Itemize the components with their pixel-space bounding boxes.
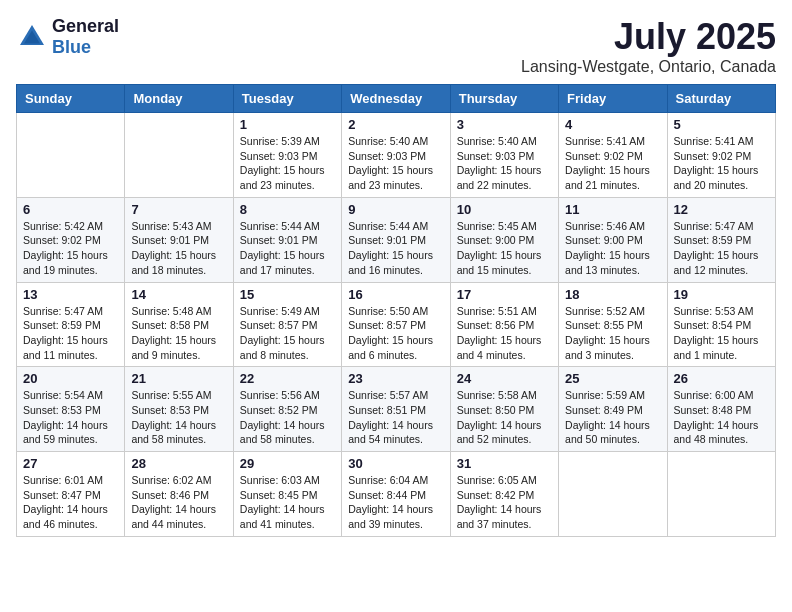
calendar-cell: 17Sunrise: 5:51 AM Sunset: 8:56 PM Dayli… bbox=[450, 282, 558, 367]
logo: General Blue bbox=[16, 16, 119, 58]
calendar-cell: 14Sunrise: 5:48 AM Sunset: 8:58 PM Dayli… bbox=[125, 282, 233, 367]
day-info: Sunrise: 5:51 AM Sunset: 8:56 PM Dayligh… bbox=[457, 304, 552, 363]
weekday-header-tuesday: Tuesday bbox=[233, 85, 341, 113]
day-info: Sunrise: 5:41 AM Sunset: 9:02 PM Dayligh… bbox=[674, 134, 769, 193]
day-number: 9 bbox=[348, 202, 443, 217]
calendar-table: SundayMondayTuesdayWednesdayThursdayFrid… bbox=[16, 84, 776, 537]
logo-general: General bbox=[52, 16, 119, 36]
day-info: Sunrise: 5:52 AM Sunset: 8:55 PM Dayligh… bbox=[565, 304, 660, 363]
day-info: Sunrise: 5:57 AM Sunset: 8:51 PM Dayligh… bbox=[348, 388, 443, 447]
day-number: 18 bbox=[565, 287, 660, 302]
day-info: Sunrise: 5:43 AM Sunset: 9:01 PM Dayligh… bbox=[131, 219, 226, 278]
day-info: Sunrise: 6:00 AM Sunset: 8:48 PM Dayligh… bbox=[674, 388, 769, 447]
logo-icon bbox=[16, 21, 48, 53]
day-number: 16 bbox=[348, 287, 443, 302]
day-info: Sunrise: 5:42 AM Sunset: 9:02 PM Dayligh… bbox=[23, 219, 118, 278]
weekday-header-row: SundayMondayTuesdayWednesdayThursdayFrid… bbox=[17, 85, 776, 113]
calendar-cell: 8Sunrise: 5:44 AM Sunset: 9:01 PM Daylig… bbox=[233, 197, 341, 282]
calendar-cell bbox=[17, 113, 125, 198]
day-number: 30 bbox=[348, 456, 443, 471]
day-number: 13 bbox=[23, 287, 118, 302]
calendar-cell: 12Sunrise: 5:47 AM Sunset: 8:59 PM Dayli… bbox=[667, 197, 775, 282]
day-number: 4 bbox=[565, 117, 660, 132]
calendar-cell: 25Sunrise: 5:59 AM Sunset: 8:49 PM Dayli… bbox=[559, 367, 667, 452]
calendar-cell: 7Sunrise: 5:43 AM Sunset: 9:01 PM Daylig… bbox=[125, 197, 233, 282]
day-number: 3 bbox=[457, 117, 552, 132]
calendar-cell: 31Sunrise: 6:05 AM Sunset: 8:42 PM Dayli… bbox=[450, 452, 558, 537]
calendar-cell: 1Sunrise: 5:39 AM Sunset: 9:03 PM Daylig… bbox=[233, 113, 341, 198]
day-number: 19 bbox=[674, 287, 769, 302]
day-info: Sunrise: 5:45 AM Sunset: 9:00 PM Dayligh… bbox=[457, 219, 552, 278]
weekday-header-saturday: Saturday bbox=[667, 85, 775, 113]
calendar-cell: 26Sunrise: 6:00 AM Sunset: 8:48 PM Dayli… bbox=[667, 367, 775, 452]
day-number: 12 bbox=[674, 202, 769, 217]
day-info: Sunrise: 5:55 AM Sunset: 8:53 PM Dayligh… bbox=[131, 388, 226, 447]
day-number: 17 bbox=[457, 287, 552, 302]
day-info: Sunrise: 6:05 AM Sunset: 8:42 PM Dayligh… bbox=[457, 473, 552, 532]
calendar-week-row: 20Sunrise: 5:54 AM Sunset: 8:53 PM Dayli… bbox=[17, 367, 776, 452]
day-info: Sunrise: 5:47 AM Sunset: 8:59 PM Dayligh… bbox=[674, 219, 769, 278]
weekday-header-sunday: Sunday bbox=[17, 85, 125, 113]
day-info: Sunrise: 5:40 AM Sunset: 9:03 PM Dayligh… bbox=[457, 134, 552, 193]
day-info: Sunrise: 5:48 AM Sunset: 8:58 PM Dayligh… bbox=[131, 304, 226, 363]
day-info: Sunrise: 5:59 AM Sunset: 8:49 PM Dayligh… bbox=[565, 388, 660, 447]
calendar-cell: 2Sunrise: 5:40 AM Sunset: 9:03 PM Daylig… bbox=[342, 113, 450, 198]
weekday-header-thursday: Thursday bbox=[450, 85, 558, 113]
calendar-cell: 27Sunrise: 6:01 AM Sunset: 8:47 PM Dayli… bbox=[17, 452, 125, 537]
day-info: Sunrise: 5:49 AM Sunset: 8:57 PM Dayligh… bbox=[240, 304, 335, 363]
day-number: 25 bbox=[565, 371, 660, 386]
calendar-cell: 6Sunrise: 5:42 AM Sunset: 9:02 PM Daylig… bbox=[17, 197, 125, 282]
calendar-cell bbox=[667, 452, 775, 537]
day-number: 11 bbox=[565, 202, 660, 217]
calendar-cell: 28Sunrise: 6:02 AM Sunset: 8:46 PM Dayli… bbox=[125, 452, 233, 537]
day-number: 23 bbox=[348, 371, 443, 386]
calendar-cell: 5Sunrise: 5:41 AM Sunset: 9:02 PM Daylig… bbox=[667, 113, 775, 198]
day-info: Sunrise: 5:53 AM Sunset: 8:54 PM Dayligh… bbox=[674, 304, 769, 363]
calendar-cell: 21Sunrise: 5:55 AM Sunset: 8:53 PM Dayli… bbox=[125, 367, 233, 452]
calendar-cell: 24Sunrise: 5:58 AM Sunset: 8:50 PM Dayli… bbox=[450, 367, 558, 452]
day-number: 2 bbox=[348, 117, 443, 132]
logo-text: General Blue bbox=[52, 16, 119, 58]
day-number: 26 bbox=[674, 371, 769, 386]
day-number: 7 bbox=[131, 202, 226, 217]
weekday-header-monday: Monday bbox=[125, 85, 233, 113]
day-number: 22 bbox=[240, 371, 335, 386]
location-title: Lansing-Westgate, Ontario, Canada bbox=[521, 58, 776, 76]
weekday-header-wednesday: Wednesday bbox=[342, 85, 450, 113]
day-info: Sunrise: 5:47 AM Sunset: 8:59 PM Dayligh… bbox=[23, 304, 118, 363]
day-number: 6 bbox=[23, 202, 118, 217]
day-info: Sunrise: 5:50 AM Sunset: 8:57 PM Dayligh… bbox=[348, 304, 443, 363]
day-number: 15 bbox=[240, 287, 335, 302]
calendar-week-row: 27Sunrise: 6:01 AM Sunset: 8:47 PM Dayli… bbox=[17, 452, 776, 537]
calendar-week-row: 13Sunrise: 5:47 AM Sunset: 8:59 PM Dayli… bbox=[17, 282, 776, 367]
day-info: Sunrise: 5:46 AM Sunset: 9:00 PM Dayligh… bbox=[565, 219, 660, 278]
day-info: Sunrise: 5:54 AM Sunset: 8:53 PM Dayligh… bbox=[23, 388, 118, 447]
calendar-cell: 20Sunrise: 5:54 AM Sunset: 8:53 PM Dayli… bbox=[17, 367, 125, 452]
day-info: Sunrise: 5:40 AM Sunset: 9:03 PM Dayligh… bbox=[348, 134, 443, 193]
logo-blue: Blue bbox=[52, 37, 91, 57]
calendar-cell: 11Sunrise: 5:46 AM Sunset: 9:00 PM Dayli… bbox=[559, 197, 667, 282]
day-info: Sunrise: 6:02 AM Sunset: 8:46 PM Dayligh… bbox=[131, 473, 226, 532]
calendar-cell bbox=[125, 113, 233, 198]
day-number: 8 bbox=[240, 202, 335, 217]
day-info: Sunrise: 6:03 AM Sunset: 8:45 PM Dayligh… bbox=[240, 473, 335, 532]
calendar-cell: 9Sunrise: 5:44 AM Sunset: 9:01 PM Daylig… bbox=[342, 197, 450, 282]
day-info: Sunrise: 5:44 AM Sunset: 9:01 PM Dayligh… bbox=[348, 219, 443, 278]
day-number: 5 bbox=[674, 117, 769, 132]
weekday-header-friday: Friday bbox=[559, 85, 667, 113]
day-info: Sunrise: 5:41 AM Sunset: 9:02 PM Dayligh… bbox=[565, 134, 660, 193]
day-number: 20 bbox=[23, 371, 118, 386]
day-number: 29 bbox=[240, 456, 335, 471]
calendar-cell: 15Sunrise: 5:49 AM Sunset: 8:57 PM Dayli… bbox=[233, 282, 341, 367]
page-header: General Blue July 2025 Lansing-Westgate,… bbox=[16, 16, 776, 76]
calendar-cell: 19Sunrise: 5:53 AM Sunset: 8:54 PM Dayli… bbox=[667, 282, 775, 367]
calendar-cell: 18Sunrise: 5:52 AM Sunset: 8:55 PM Dayli… bbox=[559, 282, 667, 367]
month-title: July 2025 bbox=[521, 16, 776, 58]
day-number: 24 bbox=[457, 371, 552, 386]
calendar-week-row: 1Sunrise: 5:39 AM Sunset: 9:03 PM Daylig… bbox=[17, 113, 776, 198]
day-info: Sunrise: 5:44 AM Sunset: 9:01 PM Dayligh… bbox=[240, 219, 335, 278]
day-info: Sunrise: 6:04 AM Sunset: 8:44 PM Dayligh… bbox=[348, 473, 443, 532]
calendar-cell bbox=[559, 452, 667, 537]
title-block: July 2025 Lansing-Westgate, Ontario, Can… bbox=[521, 16, 776, 76]
day-number: 31 bbox=[457, 456, 552, 471]
